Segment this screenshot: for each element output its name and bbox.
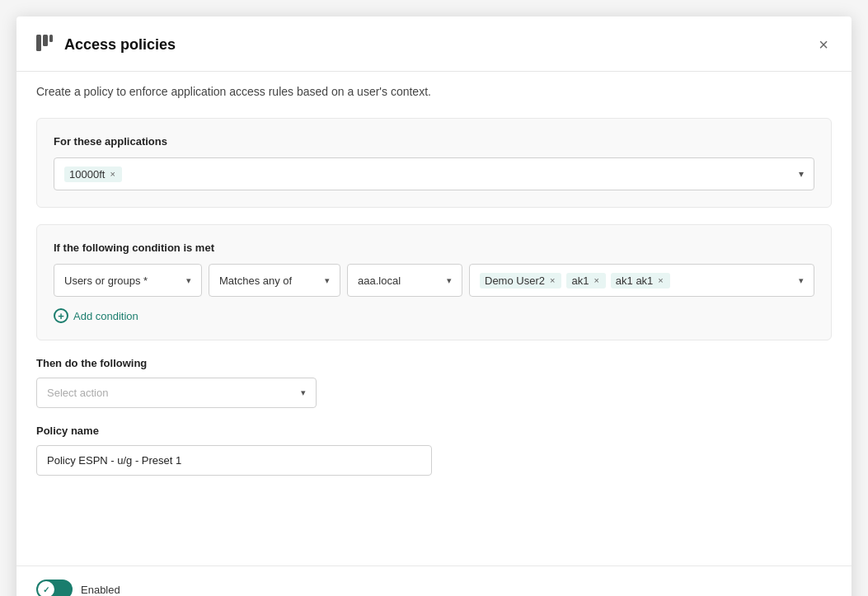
user-tag-remove-demo-user2[interactable]: × — [548, 276, 556, 285]
action-section: Then do the following Select action ▾ — [36, 357, 832, 408]
domain-chevron-icon: ▾ — [447, 275, 452, 286]
svg-rect-1 — [43, 35, 48, 46]
app-logo-icon — [33, 31, 56, 58]
modal-body: For these applications 10000ft × ▾ If th… — [16, 111, 852, 565]
condition-label: If the following condition is met — [54, 242, 814, 254]
app-tag-10000ft: 10000ft × — [64, 167, 122, 182]
users-list-dropdown[interactable]: Demo User2 × ak1 × ak1 ak1 × ▾ — [469, 264, 814, 297]
matches-chevron-icon: ▾ — [325, 275, 330, 286]
add-condition-plus-icon: + — [54, 308, 68, 323]
toggle-knob: ✓ — [38, 581, 54, 596]
modal-subtitle: Create a policy to enforce application a… — [16, 72, 852, 111]
users-groups-label: Users or groups * — [64, 275, 148, 287]
access-policies-modal: Access policies × Create a policy to enf… — [16, 16, 852, 596]
applications-section: For these applications 10000ft × ▾ — [36, 118, 832, 208]
matches-label: Matches any of — [219, 275, 292, 287]
user-tag-remove-ak1-ak1[interactable]: × — [656, 276, 664, 285]
header-left: Access policies — [33, 31, 176, 58]
users-groups-chevron-icon: ▾ — [186, 275, 191, 286]
policy-name-section: Policy name — [36, 425, 832, 476]
policy-name-label: Policy name — [36, 425, 832, 437]
modal-header: Access policies × — [16, 16, 852, 72]
add-condition-button[interactable]: + Add condition — [54, 308, 138, 323]
user-tag-label: ak1 ak1 — [616, 275, 654, 287]
policy-name-input[interactable] — [36, 445, 432, 476]
condition-row: Users or groups * ▾ Matches any of ▾ aaa… — [54, 264, 814, 297]
enabled-row: ✓ Enabled — [16, 565, 852, 596]
enabled-toggle[interactable]: ✓ — [36, 580, 73, 596]
action-placeholder: Select action — [47, 387, 108, 399]
action-dropdown[interactable]: Select action ▾ — [36, 378, 317, 408]
user-tag-demo-user2: Demo User2 × — [480, 273, 561, 289]
users-groups-dropdown[interactable]: Users or groups * ▾ — [54, 264, 202, 297]
domain-label: aaa.local — [358, 275, 401, 287]
action-label: Then do the following — [36, 357, 832, 369]
applications-dropdown[interactable]: 10000ft × ▾ — [54, 157, 814, 190]
enabled-label: Enabled — [81, 584, 120, 596]
users-list-chevron-icon: ▾ — [799, 275, 804, 286]
applications-label: For these applications — [54, 135, 814, 148]
matches-dropdown[interactable]: Matches any of ▾ — [209, 264, 340, 297]
modal-title: Access policies — [64, 36, 176, 54]
users-tags-container: Demo User2 × ak1 × ak1 ak1 × — [480, 273, 794, 289]
action-chevron-icon: ▾ — [301, 387, 306, 398]
user-tag-label: Demo User2 — [485, 275, 545, 287]
toggle-check-icon: ✓ — [43, 585, 49, 594]
user-tag-label: ak1 — [571, 275, 589, 287]
svg-rect-0 — [36, 35, 41, 51]
applications-chevron-icon: ▾ — [799, 168, 804, 180]
user-tag-ak1-ak1: ak1 ak1 × — [611, 273, 670, 289]
app-tag-remove-button[interactable]: × — [108, 170, 116, 179]
add-condition-label: Add condition — [73, 310, 138, 322]
domain-dropdown[interactable]: aaa.local ▾ — [347, 264, 462, 297]
user-tag-ak1: ak1 × — [566, 273, 605, 289]
svg-rect-2 — [49, 35, 53, 42]
app-tag-label: 10000ft — [69, 168, 105, 181]
condition-section: If the following condition is met Users … — [36, 224, 832, 340]
close-button[interactable]: × — [815, 33, 832, 56]
selected-apps-container: 10000ft × — [64, 167, 792, 182]
user-tag-remove-ak1[interactable]: × — [592, 276, 600, 285]
